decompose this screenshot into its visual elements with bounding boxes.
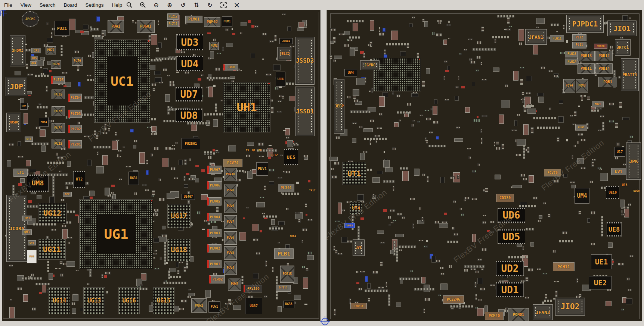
zoom-in-icon[interactable]: ⊕ (166, 1, 173, 9)
panel-divider[interactable] (320, 10, 327, 321)
component-pcm20[interactable]: PCM20 (485, 312, 504, 320)
component-u2407[interactable]: U2407 (182, 194, 195, 200)
component-plv04[interactable]: PLV04 (207, 213, 222, 221)
component-cd330[interactable]: CD330 (496, 194, 514, 202)
component-puv6[interactable]: PUV6 (224, 231, 237, 245)
component-jelc2[interactable]: JELC2 (277, 47, 292, 60)
component-puw1[interactable]: PUW1 (208, 301, 220, 313)
component-jrtc1[interactable]: JRTC1 (615, 39, 631, 56)
component-prb30[interactable]: PRB30 (594, 44, 607, 49)
component-ud1[interactable]: UD1 (496, 282, 524, 297)
component-prb4[interactable]: PRB4 (288, 234, 298, 239)
rotate-ccw-icon[interactable]: ↺ (179, 1, 187, 9)
component-uv4[interactable]: UV4 (344, 69, 357, 76)
component-ud2[interactable]: UD2 (496, 261, 524, 276)
component-jhdmi[interactable]: JHDMI (10, 35, 25, 66)
component-uv1[interactable]: UV1 (611, 168, 626, 175)
component-jio2[interactable]: JIO2 (555, 298, 585, 316)
component-jedp[interactable]: JEDP (334, 79, 344, 134)
component-um8[interactable]: UM8 (27, 175, 49, 192)
component-ug1[interactable]: UG1 (79, 199, 153, 269)
component-puv8[interactable]: PUV8 (224, 184, 237, 197)
component-jpk[interactable]: JPK (626, 142, 641, 180)
menu-item-help[interactable]: Help (108, 2, 126, 8)
component-pqb12[interactable]: PQB12 (595, 51, 613, 61)
board-view-top[interactable]: JPCMCPUZ1PUA1PUG01PLZ12PLZ11PLM01PQM02PU… (2, 10, 321, 321)
component-uv3[interactable]: UV3 (353, 239, 365, 256)
menu-item-board[interactable]: Board (60, 2, 81, 8)
flip-vertical-icon[interactable]: ⇅ (193, 1, 200, 9)
component-ue2[interactable]: UE2 (589, 276, 612, 289)
component-pqb15[interactable]: PQB15 (280, 266, 294, 283)
component-fv4[interactable]: FV4 (27, 250, 37, 263)
component-jssd1[interactable]: JSSD1 (295, 87, 315, 136)
component-ue10[interactable]: UE10 (606, 186, 619, 199)
component-ug13[interactable]: UG13 (83, 287, 105, 314)
component-jusbc[interactable]: JUSBC (6, 113, 21, 132)
component-pch11[interactable]: PCH11 (553, 262, 575, 271)
component-plv06[interactable]: PLV06 (207, 181, 222, 189)
component-puv9[interactable]: PUV9 (224, 200, 237, 213)
close-icon[interactable]: × (233, 1, 241, 9)
component-plz11[interactable]: PLZ11 (167, 21, 179, 27)
component-plz12[interactable]: PLZ12 (167, 13, 179, 20)
component-pbatt1[interactable]: PBATT1 (621, 58, 639, 91)
component-prv109[interactable]: PRV109 (244, 285, 262, 292)
component-qx1[interactable]: QX1 (31, 48, 41, 53)
component-ug14[interactable]: UG14 (49, 287, 70, 314)
center-view-icon[interactable] (220, 1, 227, 9)
component-plv07[interactable]: PLV07 (207, 166, 222, 174)
component-jfan2[interactable]: JFAN2 (533, 304, 553, 320)
component-ud8[interactable]: UD8 (176, 109, 202, 122)
zoom-out-icon[interactable]: ⊖ (152, 1, 160, 9)
component-lt1[interactable]: LT1 (13, 169, 28, 177)
component-plw11[interactable]: PLW11 (550, 35, 564, 42)
component-ut2[interactable]: UT2 (73, 171, 85, 188)
component-pqb1[interactable]: PQB1 (598, 77, 617, 87)
component-ug17[interactable]: UG17 (167, 204, 191, 228)
component-jpcmc[interactable]: JPCMC (22, 11, 39, 27)
component-pl711[interactable]: PL711 (276, 285, 291, 292)
zoom-icon[interactable] (126, 1, 133, 9)
menu-item-settings[interactable]: Settings (81, 2, 108, 8)
component-ug18[interactable]: UG18 (167, 239, 191, 261)
component-pqb11[interactable]: PQB11 (578, 63, 595, 74)
component-plw13[interactable]: PLW13 (565, 51, 579, 57)
menu-item-view[interactable]: View (16, 2, 35, 8)
component-puz5[interactable]: PUZ5 (52, 90, 65, 99)
component-ue8[interactable]: UE8 (607, 222, 622, 236)
component-plv03[interactable]: PLV03 (207, 229, 222, 237)
component-up15[interactable]: UP15 (344, 223, 355, 228)
component-pqv3[interactable]: PQV3 (576, 79, 588, 93)
component-plw14[interactable]: PLW14 (565, 59, 579, 65)
component-puv5[interactable]: PUV5 (224, 246, 237, 260)
component-um4[interactable]: UM4 (575, 188, 589, 204)
component-puz2[interactable]: PUZ2 (52, 123, 65, 133)
component-pun3[interactable]: PUN3 (575, 125, 587, 131)
component-ue12[interactable]: UE12 (269, 153, 279, 158)
component-uc1[interactable]: UC1 (94, 40, 150, 123)
component-ug12[interactable]: UG12 (38, 203, 66, 223)
component-ue6[interactable]: UE6 (619, 183, 630, 188)
menu-item-search[interactable]: Search (35, 2, 60, 8)
component-q8[interactable]: Q8 (257, 148, 263, 153)
component-pu2501[interactable]: PU2501 (182, 138, 200, 149)
component-plv05[interactable]: PLV05 (207, 197, 222, 206)
component-pcv74[interactable]: PCV74 (223, 159, 242, 167)
component-ut4[interactable]: UT4 (350, 202, 362, 214)
component-puz6[interactable]: PUZ6 (52, 106, 65, 116)
component-jgyro[interactable]: JGYRO (360, 60, 380, 70)
component-qg2[interactable]: QG2 (63, 192, 72, 197)
component-jwdb1[interactable]: JWDB1 (279, 38, 293, 44)
component-tp17[interactable]: TP17 (308, 188, 317, 193)
component-jcdra[interactable]: JCDRA (6, 195, 27, 262)
component-pl11[interactable]: PL11 (572, 42, 586, 48)
component-ug87[interactable]: UG87 (245, 298, 262, 314)
component-puv7[interactable]: PUV7 (224, 215, 237, 229)
component-plv01[interactable]: PLV01 (207, 260, 222, 268)
component-pc2246[interactable]: PC2246 (443, 295, 464, 304)
component-puw2[interactable]: PUW2 (191, 298, 207, 313)
component-uh1[interactable]: UH1 (223, 82, 270, 132)
component-qm3[interactable]: QM3 (22, 229, 32, 235)
component-qm1[interactable]: QM1 (22, 216, 32, 221)
